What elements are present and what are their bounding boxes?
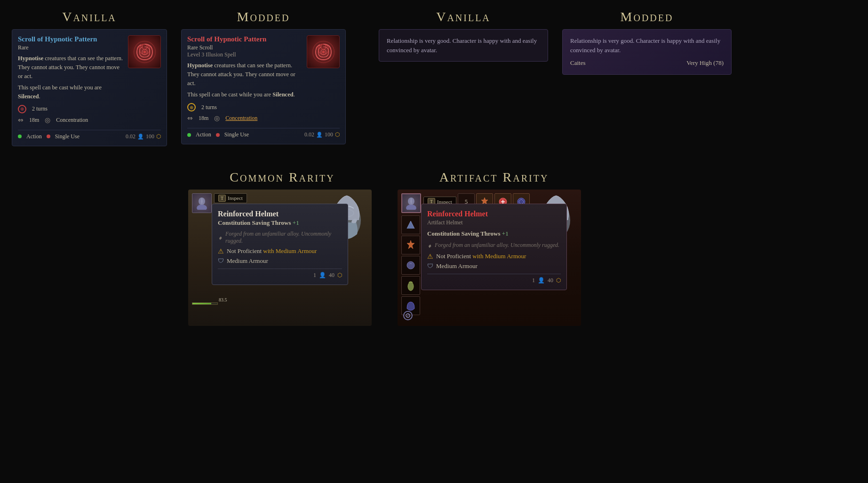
artifact-stat-line: Constitution Saving Throws +1: [427, 230, 561, 238]
modded-silenced-word: Silenced: [272, 91, 293, 98]
artifact-flavor-icon: ⬧: [427, 241, 432, 250]
modded-scroll-icon: [307, 35, 340, 68]
modded-dot-red: [216, 133, 220, 137]
modded-dot-green: [187, 133, 191, 137]
artifact-portrait-slot[interactable]: [401, 193, 421, 213]
common-hp-fill: [192, 303, 211, 304]
artifact-person-icon2: 👤: [538, 277, 545, 284]
modded-person-icon: 👤: [316, 132, 323, 138]
modded-range-icon: ⇔: [187, 114, 193, 122]
common-armour-text: Medium Armour: [227, 257, 268, 265]
modded-concentration-icon: ◎: [214, 114, 220, 122]
common-flavor: ⬧ Forged from an unfamiliar alloy. Uncom…: [218, 230, 342, 245]
common-flavor-text: Forged from an unfamiliar alloy. Uncommo…: [225, 230, 342, 245]
modded-scroll-body: Hypnotise creatures that can see the pat…: [187, 61, 302, 87]
artifact-shield-icon: 🛡: [427, 262, 433, 270]
modded-silenced-suffix: .: [294, 91, 295, 98]
artifact-warning-text: Not Proficient with Medium Armour: [436, 253, 526, 260]
vanilla-scroll-section: Vanilla Scroll of Hypnotic Pattern Rare …: [9, 9, 169, 146]
svg-rect-10: [409, 226, 413, 229]
artifact-game-container: T Inspect 5: [398, 190, 590, 324]
artifact-armour-text: Medium Armour: [436, 262, 478, 270]
common-flavor-icon: ⬧: [218, 233, 223, 242]
common-warning-suffix: with Medium Armour: [263, 247, 317, 254]
vanilla-silenced-word: Silenced: [18, 93, 39, 100]
svg-point-9: [406, 205, 416, 210]
rel-modded-footer: Caites Very High (78): [570, 58, 724, 68]
common-inspect-key: T: [218, 195, 226, 202]
vanilla-scroll-rarity: Rare: [18, 44, 123, 51]
vanilla-turns: 2 turns: [32, 105, 48, 112]
modded-scroll-subtitle: Rare Scroll: [187, 44, 302, 51]
vanilla-scroll-body: Hypnotise creatures that can see the pat…: [18, 54, 123, 80]
vanilla-spiral-icon: ⊕: [18, 105, 26, 113]
vanilla-gold-icon: ⬡: [156, 133, 161, 140]
artifact-warning-not: Not Proficient: [436, 253, 471, 260]
vanilla-silenced-line: This spell can be cast while you are Sil…: [18, 83, 123, 101]
rel-modded-level: Very High (78): [686, 58, 724, 68]
rel-modded-section: Modded Relationship is very good. Charac…: [560, 9, 734, 75]
modded-concentration: Concentration: [225, 115, 257, 122]
vanilla-silenced-prefix: This spell can be cast while you are: [18, 84, 102, 91]
artifact-gold-icon2: ⬡: [556, 277, 561, 284]
vanilla-person-icon: 👤: [137, 134, 144, 140]
vanilla-title: Vanilla: [62, 9, 117, 24]
rel-vanilla-text: Relationship is very good. Character is …: [387, 37, 537, 54]
rel-vanilla-card: Relationship is very good. Character is …: [379, 29, 548, 62]
modded-footer-right: 0.02 👤 100 ⬡: [304, 131, 340, 138]
vanilla-single-use: Single Use: [55, 133, 80, 140]
vanilla-concentration-icon: ◎: [45, 116, 50, 124]
artifact-stat-value: +1: [502, 230, 509, 237]
vanilla-range-icon: ⇔: [18, 116, 24, 124]
vanilla-footer-right: 0.02 👤 100 ⬡: [126, 133, 161, 140]
artifact-armour-line: 🛡 Medium Armour: [427, 262, 561, 270]
common-stat-line: Constitution Saving Throws +1: [218, 219, 342, 227]
artifact-warning-line: ⚠ Not Proficient with Medium Armour: [427, 253, 561, 261]
vanilla-turns-line: ⊕ 2 turns: [18, 105, 123, 113]
vanilla-dot-green: [18, 135, 22, 138]
vanilla-range: 18m: [29, 117, 39, 124]
artifact-slot-4[interactable]: [401, 276, 420, 295]
vanilla-silenced-suffix: .: [39, 93, 40, 100]
modded-gold-icon: ⬡: [335, 131, 340, 138]
rel-modded-text: Relationship is very good. Character is …: [570, 37, 720, 54]
modded-scroll-card: Scroll of Hypnotic Pattern Rare Scroll L…: [181, 29, 346, 144]
vanilla-stack: 100: [146, 133, 154, 140]
common-stat-name: Constitution Saving Throws: [218, 219, 291, 226]
artifact-slot-3[interactable]: [401, 256, 420, 275]
artifact-slot-1[interactable]: [401, 215, 420, 234]
vanilla-weight: 0.02: [126, 133, 135, 140]
vanilla-dot-red: [47, 135, 50, 138]
rel-modded-card: Relationship is very good. Character is …: [562, 29, 732, 75]
common-game-container: 83.5 T Inspect: [188, 190, 376, 324]
artifact-left-slots: [401, 215, 420, 315]
common-hp-bar-bg: [192, 302, 218, 305]
common-inspect-label: Inspect: [228, 195, 243, 201]
common-stat-value: +1: [293, 219, 299, 226]
svg-point-3: [322, 50, 325, 53]
svg-point-11: [407, 261, 414, 269]
common-gold-icon2: ⬡: [337, 272, 342, 279]
common-warning-icon: ⚠: [218, 247, 224, 255]
common-warning-line: ⚠ Not Proficient with Medium Armour: [218, 247, 342, 255]
vanilla-range-line: ⇔ 18m ◎ Concentration: [18, 116, 123, 124]
modded-turns: 2 turns: [201, 104, 217, 111]
vanilla-scroll-icon: [128, 35, 161, 68]
artifact-stat-name: Constitution Saving Throws: [427, 230, 501, 237]
common-person-icon2: 👤: [319, 272, 326, 279]
common-warning-not: Not Proficient: [227, 247, 262, 254]
artifact-flavor-text: Forged from an unfamiliar alloy. Uncommo…: [435, 242, 559, 249]
modded-spell-level: Level 3 Illusion Spell: [187, 51, 302, 58]
modded-title: Modded: [237, 9, 290, 24]
modded-footer: Action Single Use 0.02 👤 100 ⬡: [187, 128, 340, 138]
common-tooltip-footer: 1 👤 40 ⬡: [218, 269, 342, 279]
common-inspect-badge[interactable]: T Inspect: [214, 193, 247, 203]
artifact-tooltip-footer: 1 👤 40 ⬡: [427, 274, 561, 284]
common-portrait-slot[interactable]: [192, 193, 212, 213]
modded-single-use: Single Use: [224, 131, 249, 138]
common-rarity-section: Common Rarity 83.5 T Inspect: [183, 170, 381, 324]
vanilla-body-bold: Hypnotise: [18, 55, 43, 62]
artifact-slot-2[interactable]: [401, 236, 420, 254]
common-hp-number: 83.5: [219, 297, 227, 302]
artifact-rarity-section: Artifact Rarity: [395, 170, 593, 324]
